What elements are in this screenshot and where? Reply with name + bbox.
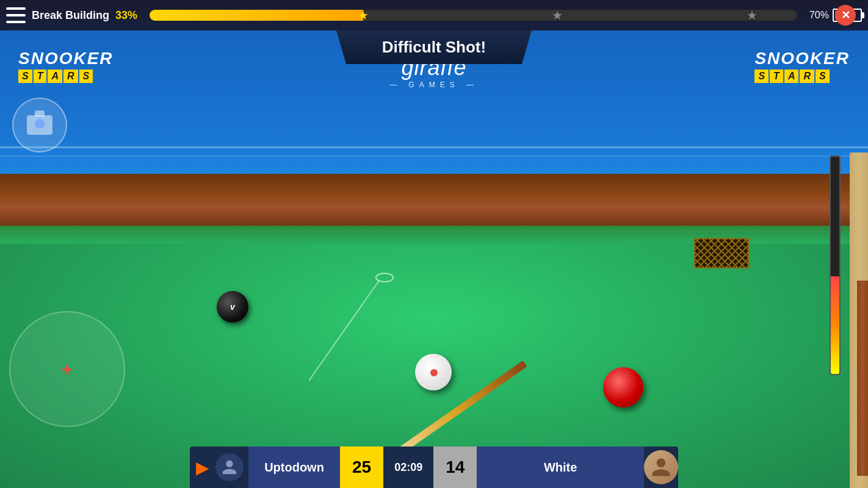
- player1-avatar: [215, 453, 244, 481]
- progress-bar: ★ ★ ★: [150, 10, 797, 21]
- stars-box-a: A: [48, 70, 62, 83]
- stars-box-r-s: S: [754, 70, 769, 83]
- score-arrow: ▶: [196, 458, 209, 478]
- camera-icon: [27, 115, 52, 135]
- joystick-cross: +: [62, 358, 73, 381]
- battery-percent: 70%: [809, 10, 829, 21]
- player1-score: 25: [340, 447, 383, 488]
- stars-box-r-r: R: [800, 70, 814, 83]
- stars-box-s: S: [18, 70, 32, 83]
- white-cue-ball: [415, 354, 452, 390]
- progress-percent: 33%: [115, 9, 137, 22]
- snooker-text-left: SNOOKER: [18, 49, 114, 68]
- star-1-icon: ★: [358, 8, 369, 23]
- stars-box-r-t: T: [770, 70, 783, 83]
- scoreboard: ▶ Uptodown 25 02:09 14 White: [190, 447, 678, 488]
- star-3-icon: ★: [747, 8, 758, 23]
- top-bar: Break Building 33% ★ ★ ★ 70%: [0, 0, 868, 30]
- player2-avatar-icon: [650, 456, 672, 478]
- red-ball: [603, 367, 643, 407]
- arena-line-2: [0, 156, 868, 157]
- player2-name: White: [477, 447, 644, 488]
- player1-avatar-icon: [221, 459, 238, 476]
- hamburger-line-2: [6, 14, 26, 16]
- corner-pocket: [694, 238, 755, 274]
- snooker-stars-logo-right: SNOOKER S T A R S: [754, 49, 850, 83]
- star-2-icon: ★: [552, 8, 563, 23]
- difficult-shot-text: Difficult Shot!: [382, 38, 486, 57]
- menu-button[interactable]: [6, 5, 26, 25]
- stars-boxes-left: S T A R S: [18, 70, 114, 83]
- joystick-control[interactable]: +: [9, 311, 125, 427]
- match-timer: 02:09: [383, 447, 433, 488]
- camera-button[interactable]: [12, 98, 67, 152]
- black-ball-mark: v: [230, 302, 235, 312]
- stars-box-r-s2: S: [816, 70, 830, 83]
- hamburger-line-3: [6, 21, 26, 23]
- black-ball: v: [217, 291, 248, 323]
- player2-avatar: [644, 450, 678, 484]
- white-ball-dot: [430, 369, 438, 376]
- stars-box-t: T: [34, 70, 47, 83]
- power-meter: [830, 156, 841, 375]
- hamburger-line-1: [6, 7, 26, 10]
- game-area: SNOOKER S T A R S giraffe — GAMES — SNOO…: [0, 0, 868, 488]
- stars-box-r: R: [63, 70, 78, 83]
- stars-boxes-right: S T A R S: [754, 70, 850, 83]
- snooker-stars-logo-left: SNOOKER S T A R S: [18, 49, 114, 83]
- close-banner-button[interactable]: ✕: [835, 5, 856, 26]
- pocket-net: [694, 238, 749, 268]
- progress-bar-fill: [150, 10, 363, 21]
- games-subtext: — GAMES —: [389, 81, 479, 89]
- player2-score: 14: [433, 447, 477, 488]
- cue-handle: [857, 281, 868, 476]
- power-fill: [831, 276, 839, 374]
- stars-box-r-a: A: [784, 70, 799, 83]
- snooker-text-right: SNOOKER: [754, 49, 850, 68]
- player1-name: Uptodown: [248, 447, 340, 488]
- break-building-label: Break Building: [32, 9, 109, 22]
- difficult-shot-banner: Difficult Shot!: [336, 30, 532, 64]
- stars-box-s2: S: [79, 70, 93, 83]
- arena-line-1: [0, 146, 868, 148]
